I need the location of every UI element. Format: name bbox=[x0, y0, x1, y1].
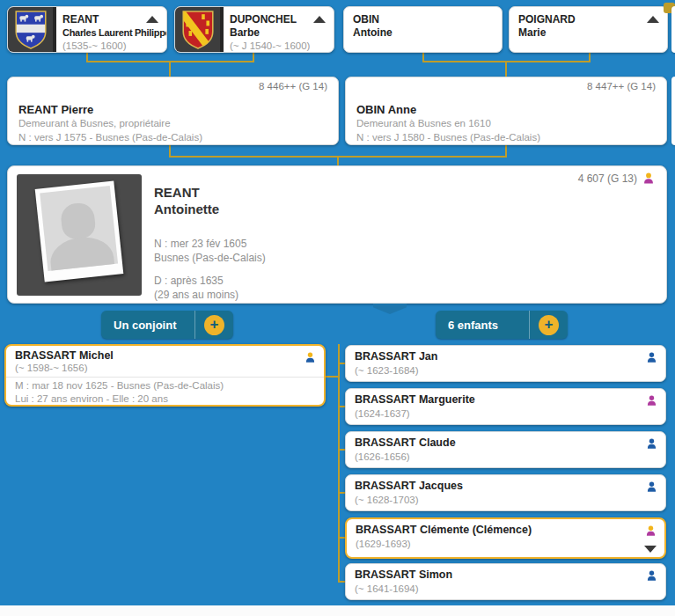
family-tree-canvas: REANT Charles Laurent Philippe (1535-~ 1… bbox=[0, 0, 675, 616]
connector-line bbox=[337, 156, 339, 165]
main-person-card[interactable]: 4 607 (G 13) REANT Antoinette N : mer 23… bbox=[7, 165, 667, 304]
child-dates: (1629-1693) bbox=[356, 537, 656, 551]
expand-arrow-icon[interactable] bbox=[644, 546, 657, 553]
collapse-arrow-icon[interactable] bbox=[146, 16, 158, 23]
dates: (~ J 1540-~ 1600) bbox=[230, 40, 330, 53]
surname: POIGNARD bbox=[518, 13, 664, 26]
given-name: Barbe bbox=[230, 26, 330, 40]
child-name: BRASSART Claude bbox=[355, 436, 657, 450]
occupation: Demeurant à Busnes en 1610 bbox=[356, 117, 656, 131]
child-name: BRASSART Marguerite bbox=[355, 393, 657, 407]
spouse-card[interactable]: BRASSART Michel (~ 1598-~ 1656) M : mar … bbox=[4, 344, 326, 407]
child-name: BRASSART Simon bbox=[355, 568, 657, 582]
person-male-sosa-icon bbox=[304, 351, 317, 364]
collapse-arrow-icon[interactable] bbox=[313, 16, 326, 23]
children-toggle-button[interactable]: 6 enfants + bbox=[436, 311, 568, 339]
collapse-arrow-icon[interactable] bbox=[647, 16, 659, 23]
spouse-button-label: Un conjoint bbox=[101, 319, 194, 332]
given-name: Marie bbox=[518, 26, 664, 40]
dates: (1535-~ 1600) bbox=[62, 40, 163, 53]
child-dates: (~ 1641-1694) bbox=[355, 582, 657, 596]
person-name: REANT Pierre bbox=[18, 102, 327, 117]
person-female-icon bbox=[645, 394, 658, 407]
sosa-number: 4 607 (G 13) bbox=[578, 172, 637, 185]
spouse-toggle-button[interactable]: Un conjoint + bbox=[101, 311, 233, 339]
connector-line bbox=[169, 61, 171, 77]
main-given-name: Antoinette bbox=[154, 201, 219, 217]
connector-line bbox=[505, 61, 507, 77]
card-obin-anne[interactable]: 8 447++ (G 14) OBIN Anne Demeurant à Bus… bbox=[345, 77, 667, 145]
child-name: BRASSART Jan bbox=[355, 350, 657, 363]
child-dates: (1624-1637) bbox=[355, 407, 657, 421]
birth-info: N : vers J 1575 - Busnes (Pas-de-Calais) bbox=[18, 131, 327, 145]
child-dates: (1626-1656) bbox=[355, 450, 657, 464]
add-child-segment[interactable]: + bbox=[529, 311, 568, 339]
person-name: OBIN Anne bbox=[356, 102, 656, 117]
children-button-label: 6 enfants bbox=[436, 319, 529, 332]
cutoff-card-sliver bbox=[671, 6, 675, 53]
union-tab bbox=[373, 304, 407, 314]
connector-line bbox=[338, 344, 340, 583]
death-info: D : 1610 - Busnes (Pas-de-Calais) bbox=[356, 144, 656, 145]
person-male-icon bbox=[645, 437, 658, 451]
given-name: Antoine bbox=[353, 26, 498, 40]
child-dates: (~ 1628-1703) bbox=[355, 493, 657, 507]
card-obin-antoine[interactable]: OBIN Antoine bbox=[343, 6, 503, 53]
person-male-icon bbox=[645, 351, 658, 364]
cutoff-card-sliver bbox=[671, 77, 675, 145]
spouse-dates: (~ 1598-~ 1656) bbox=[15, 363, 315, 374]
person-male-icon bbox=[645, 480, 658, 494]
polaroid-frame bbox=[35, 181, 124, 282]
surname: OBIN bbox=[353, 13, 498, 26]
plus-icon[interactable]: + bbox=[204, 315, 224, 335]
card-reant-pierre[interactable]: 8 446++ (G 14) REANT Pierre Demeurant à … bbox=[7, 77, 339, 145]
coat-of-arms-reant bbox=[8, 7, 56, 52]
birth-date: N : mer 23 fév 1605 bbox=[154, 237, 266, 251]
child-card-4[interactable]: BRASSART Jacques (~ 1628-1703) bbox=[345, 474, 666, 511]
coat-of-arms-duponchel bbox=[175, 7, 224, 52]
plus-icon[interactable]: + bbox=[539, 315, 559, 335]
card-reant-charles[interactable]: REANT Charles Laurent Philippe (1535-~ 1… bbox=[7, 6, 167, 53]
card-duponchel-barbe[interactable]: DUPONCHEL Barbe (~ J 1540-~ 1600) bbox=[174, 6, 334, 53]
child-card-2[interactable]: BRASSART Marguerite (1624-1637) bbox=[345, 388, 666, 425]
child-card-5-selected[interactable]: BRASSART Clémente (Clémence) (1629-1693) bbox=[345, 517, 666, 559]
birth-info: N : vers J 1580 - Busnes (Pas-de-Calais) bbox=[356, 131, 656, 145]
main-surname: REANT bbox=[154, 184, 219, 201]
child-name: BRASSART Clémente (Clémence) bbox=[356, 524, 656, 537]
spouse-name: BRASSART Michel bbox=[15, 349, 315, 363]
birth-place: Busnes (Pas-de-Calais) bbox=[154, 251, 266, 265]
child-card-3[interactable]: BRASSART Claude (1626-1656) bbox=[345, 431, 666, 468]
occupation: Demeurant à Busnes, propriétaire bbox=[18, 117, 327, 131]
marriage-ages: Lui : 27 ans environ - Elle : 20 ans bbox=[15, 392, 315, 406]
connector-line bbox=[326, 376, 338, 378]
photo-placeholder bbox=[17, 174, 142, 296]
death-info: D : avant 1630 - Busnes (Pas-de-Calais) bbox=[18, 144, 327, 145]
sosa-number: 8 446++ (G 14) bbox=[18, 81, 327, 92]
child-name: BRASSART Jacques bbox=[355, 480, 657, 493]
sosa-number: 8 447++ (G 14) bbox=[356, 81, 656, 92]
child-card-1[interactable]: BRASSART Jan (~ 1623-1684) bbox=[345, 345, 666, 382]
child-card-6[interactable]: BRASSART Simon (~ 1641-1694) bbox=[345, 563, 666, 600]
person-female-sosa-icon bbox=[644, 524, 657, 538]
person-female-sosa-icon bbox=[642, 172, 656, 186]
person-male-icon bbox=[645, 569, 658, 583]
death-note: (29 ans au moins) bbox=[154, 288, 266, 302]
marriage-info: M : mar 18 nov 1625 - Busnes (Pas-de-Cal… bbox=[15, 379, 315, 392]
death-date: D : après 1635 bbox=[154, 274, 266, 288]
card-poignard-marie[interactable]: POIGNARD Marie bbox=[509, 6, 668, 53]
footer-strip bbox=[0, 605, 675, 616]
child-dates: (~ 1623-1684) bbox=[355, 363, 657, 378]
add-spouse-segment[interactable]: + bbox=[194, 311, 233, 339]
given-name: Charles Laurent Philippe bbox=[62, 26, 163, 40]
